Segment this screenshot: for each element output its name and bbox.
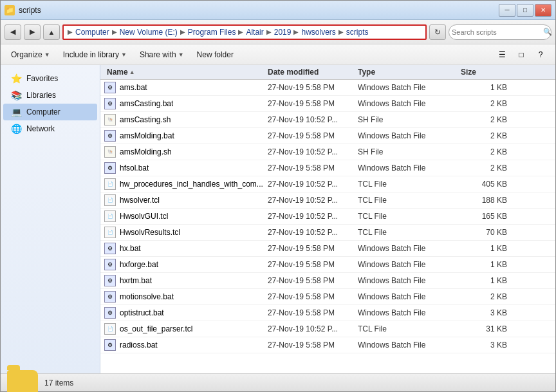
search-input[interactable] [452,28,541,36]
file-date: 27-Nov-19 5:58 PM [268,308,358,317]
bat-icon: ⚙ [104,291,116,303]
file-type: TCL File [358,196,461,205]
file-name: motionsolve.bat [120,292,174,301]
tcl-icon: 📄 [104,194,116,206]
path-altair[interactable]: Altair [245,27,264,37]
explorer-window: 📁 scripts ─ □ ✕ ◀ ▶ ▲ ▶ Computer ▶ New V… [0,0,556,392]
file-name: amsMolding.bat [120,131,174,140]
file-name-cell: ⚙ amsMolding.bat [100,130,268,142]
table-row[interactable]: 📄 HwsolvGUI.tcl 27-Nov-19 10:52 P... TCL… [100,209,555,225]
table-row[interactable]: ⚙ hfsol.bat 27-Nov-19 5:58 PM Windows Ba… [100,160,555,176]
file-type: TCL File [358,180,461,189]
refresh-button[interactable]: ↻ [429,24,446,40]
file-name-cell: 📄 os_out_file_parser.tcl [100,323,268,335]
column-type-header[interactable]: Type [358,68,461,77]
bat-icon: ⚙ [104,259,116,270]
new-folder-label: New folder [197,50,234,59]
sidebar-item-network[interactable]: 🌐 Network [3,120,97,137]
path-scripts[interactable]: scripts [345,27,370,37]
table-row[interactable]: 📄 os_out_file_parser.tcl 27-Nov-19 10:52… [100,321,555,337]
file-type: TCL File [358,228,461,237]
share-with-arrow: ▼ [178,51,184,58]
table-row[interactable]: 🐚 amsCasting.sh 27-Nov-19 10:52 P... SH … [100,112,555,128]
file-name-cell: 🐚 amsMolding.sh [100,146,268,158]
file-name-cell: ⚙ motionsolve.bat [100,291,268,303]
preview-pane-button[interactable]: □ [513,48,530,62]
file-size: 1 KB [461,260,512,269]
title-bar-left: 📁 scripts [5,5,41,15]
new-folder-button[interactable]: New folder [193,49,237,61]
change-view-button[interactable]: ☰ [494,48,510,62]
path-programfiles[interactable]: Program Files [187,27,237,37]
computer-label: Computer [26,107,60,117]
title-bar: 📁 scripts ─ □ ✕ [1,1,555,20]
file-name: hwsolver.tcl [120,196,160,205]
folder-icon [7,370,38,393]
file-type: Windows Batch File [358,99,461,108]
file-size: 2 KB [461,131,512,140]
sidebar-item-computer[interactable]: 💻 Computer [3,104,97,120]
table-row[interactable]: ⚙ radioss.bat 27-Nov-19 5:58 PM Windows … [100,337,555,353]
column-size-header[interactable]: Size [461,68,512,77]
share-with-label: Share with [140,50,176,59]
file-size: 1 KB [461,276,512,285]
type-header-label: Type [358,68,375,77]
file-size: 1 KB [461,244,512,253]
path-drive[interactable]: New Volume (E:) [118,27,179,37]
file-name-cell: ⚙ hx.bat [100,243,268,254]
table-row[interactable]: ⚙ hxforge.bat 27-Nov-19 5:58 PM Windows … [100,257,555,273]
file-size: 188 KB [461,196,512,205]
include-library-arrow: ▼ [121,51,127,58]
back-button[interactable]: ◀ [5,24,21,40]
table-row[interactable]: ⚙ ams.bat 27-Nov-19 5:58 PM Windows Batc… [100,80,555,96]
close-button[interactable]: ✕ [535,4,551,17]
file-name: hfsol.bat [120,163,149,173]
table-row[interactable]: 📄 hw_procedures_incl_handles_with_com...… [100,176,555,192]
file-name: HwsolvResults.tcl [120,228,180,237]
path-arrow-2: ▶ [180,28,185,35]
table-row[interactable]: ⚙ motionsolve.bat 27-Nov-19 5:58 PM Wind… [100,289,555,305]
share-with-button[interactable]: Share with ▼ [136,49,188,61]
table-row[interactable]: ⚙ optistruct.bat 27-Nov-19 5:58 PM Windo… [100,305,555,321]
file-date: 27-Nov-19 10:52 P... [268,228,358,237]
file-date: 27-Nov-19 5:58 PM [268,131,358,140]
file-name: hx.bat [120,244,141,253]
column-name-header[interactable]: Name ▲ [100,68,268,77]
file-name-cell: ⚙ hxrtm.bat [100,275,268,286]
file-size: 3 KB [461,308,512,317]
file-size: 405 KB [461,180,512,189]
forward-button[interactable]: ▶ [24,24,41,40]
minimize-button[interactable]: ─ [499,4,515,17]
file-name: amsCasting.bat [120,99,173,108]
up-button[interactable]: ▲ [43,24,60,40]
maximize-button[interactable]: □ [517,4,533,17]
file-type: SH File [358,115,461,124]
file-type: Windows Batch File [358,308,461,317]
table-row[interactable]: 📄 hwsolver.tcl 27-Nov-19 10:52 P... TCL … [100,192,555,209]
organize-button[interactable]: Organize ▼ [7,49,54,61]
table-row[interactable]: ⚙ amsMolding.bat 27-Nov-19 5:58 PM Windo… [100,128,555,144]
table-row[interactable]: ⚙ amsCasting.bat 27-Nov-19 5:58 PM Windo… [100,96,555,112]
table-row[interactable]: ⚙ hxrtm.bat 27-Nov-19 5:58 PM Windows Ba… [100,273,555,289]
file-size: 3 KB [461,341,512,350]
sidebar-item-favorites[interactable]: ⭐ Favorites [3,70,97,87]
sidebar-item-libraries[interactable]: 📚 Libraries [3,87,97,104]
favorites-icon: ⭐ [10,73,23,84]
search-box[interactable]: 🔍 [449,24,551,40]
table-row[interactable]: 📄 HwsolvResults.tcl 27-Nov-19 10:52 P...… [100,225,555,241]
table-row[interactable]: ⚙ hx.bat 27-Nov-19 5:58 PM Windows Batch… [100,241,555,257]
file-date: 27-Nov-19 5:58 PM [268,260,358,269]
column-date-header[interactable]: Date modified [268,68,358,77]
include-library-button[interactable]: Include in library ▼ [59,49,131,61]
network-icon: 🌐 [10,124,23,134]
path-hwsolvers[interactable]: hwsolvers [300,27,337,37]
table-row[interactable]: 🐚 amsMolding.sh 27-Nov-19 10:52 P... SH … [100,144,555,160]
file-date: 27-Nov-19 5:58 PM [268,292,358,301]
path-2019[interactable]: 2019 [273,27,293,37]
help-button[interactable]: ? [532,48,549,62]
file-size: 1 KB [461,83,512,92]
path-computer[interactable]: Computer [74,27,111,37]
address-path[interactable]: ▶ Computer ▶ New Volume (E:) ▶ Program F… [62,24,427,40]
file-type: SH File [358,147,461,156]
file-size: 70 KB [461,228,512,237]
